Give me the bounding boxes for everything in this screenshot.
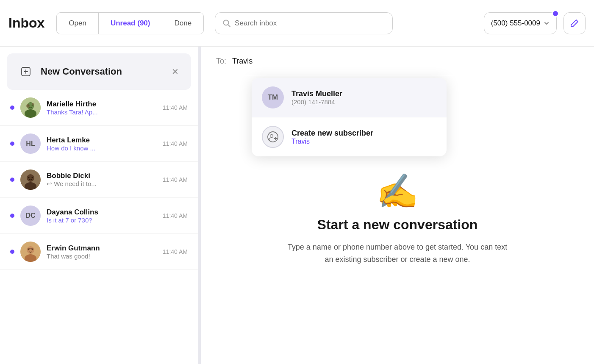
search-box — [215, 12, 393, 34]
conversation-list: Marielle Hirthe Thanks Tara! Ap... 11:40… — [0, 90, 198, 270]
sidebar: New Conversation ✕ — [0, 47, 198, 364]
add-subscriber-icon — [262, 126, 284, 148]
conv-info: Marielle Hirthe Thanks Tara! Ap... — [47, 100, 157, 116]
svg-line-1 — [228, 25, 230, 27]
search-icon — [223, 19, 230, 27]
list-item[interactable]: Erwin Gutmann That was good! 11:40 AM — [0, 234, 198, 270]
conv-time: 11:40 AM — [163, 248, 188, 255]
svg-point-12 — [27, 174, 34, 182]
conv-time: 11:40 AM — [163, 176, 188, 183]
to-label: To: — [216, 57, 226, 66]
contact-avatar: TM — [262, 86, 284, 108]
avatar-initials: TM — [268, 93, 278, 102]
conv-time: 11:40 AM — [163, 212, 188, 219]
unread-dot — [10, 142, 14, 146]
contact-dropdown: TM Travis Mueller (200) 141-7884 — [252, 78, 447, 156]
new-conv-close-button[interactable]: ✕ — [169, 66, 181, 78]
conv-preview: Thanks Tara! Ap... — [47, 108, 157, 116]
avatar — [20, 97, 41, 118]
conv-name: Marielle Hirthe — [47, 100, 157, 108]
svg-point-10 — [32, 103, 34, 106]
svg-point-17 — [27, 246, 34, 254]
avatar: HL — [20, 133, 41, 154]
compose-area: To: TM Travis Mueller (200) 141-7884 — [201, 47, 594, 364]
tab-group: Open Unread (90) Done — [56, 12, 204, 34]
to-input[interactable] — [232, 57, 579, 66]
svg-point-20 — [32, 249, 33, 250]
tab-open[interactable]: Open — [57, 13, 99, 34]
svg-point-9 — [26, 104, 30, 108]
svg-point-19 — [28, 249, 30, 250]
svg-point-6 — [25, 109, 36, 118]
online-dot — [553, 11, 558, 16]
unread-dot — [10, 250, 14, 254]
dropdown-contact-item[interactable]: TM Travis Mueller (200) 141-7884 — [252, 78, 447, 117]
dropdown-create-item[interactable]: Create new subscriber Travis — [252, 117, 447, 156]
list-item[interactable]: HL Herta Lemke How do I know ... 11:40 A… — [0, 126, 198, 162]
new-conversation-item[interactable]: New Conversation ✕ — [7, 53, 191, 90]
header: Inbox Open Unread (90) Done (500) 555-00… — [0, 0, 594, 47]
conv-preview: Is it at 7 or 730? — [47, 217, 157, 224]
unread-dot — [10, 214, 14, 218]
contact-name: Travis Mueller — [291, 89, 342, 98]
chevron-icon — [544, 20, 550, 26]
create-sub: Travis — [291, 138, 373, 145]
list-item[interactable]: Marielle Hirthe Thanks Tara! Ap... 11:40… — [0, 90, 198, 126]
contact-info: Travis Mueller (200) 141-7884 — [291, 89, 342, 106]
conv-preview: ↩ We need it to... — [47, 180, 157, 188]
avatar: DC — [20, 206, 41, 226]
list-item[interactable]: Bobbie Dicki ↩ We need it to... 11:40 AM — [0, 162, 198, 198]
conv-info: Herta Lemke How do I know ... — [47, 136, 157, 152]
search-input[interactable] — [235, 19, 385, 28]
conv-name: Herta Lemke — [47, 136, 157, 144]
new-conv-icon — [17, 63, 35, 81]
avatar-initials: HL — [26, 140, 35, 147]
conv-name: Dayana Collins — [47, 208, 157, 217]
unread-dot — [10, 106, 14, 110]
phone-selector[interactable]: (500) 555-0009 — [484, 12, 557, 34]
create-info: Create new subscriber Travis — [291, 129, 373, 145]
phone-number: (500) 555-0009 — [491, 19, 540, 28]
contact-phone: (200) 141-7884 — [291, 98, 342, 106]
writing-emoji: ✍️ — [376, 175, 419, 208]
empty-description: Type a name or phone number above to get… — [287, 241, 508, 266]
avatar — [20, 169, 41, 190]
compose-button[interactable] — [563, 12, 586, 34]
conv-preview: That was good! — [47, 253, 157, 260]
conv-info: Bobbie Dicki ↩ We need it to... — [47, 172, 157, 188]
to-field: To: — [201, 47, 594, 76]
unread-dot — [10, 178, 14, 182]
svg-point-22 — [270, 135, 273, 138]
conv-name: Erwin Gutmann — [47, 244, 157, 253]
svg-point-14 — [28, 177, 30, 178]
list-item[interactable]: DC Dayana Collins Is it at 7 or 730? 11:… — [0, 198, 198, 234]
svg-point-15 — [32, 177, 33, 178]
conv-name: Bobbie Dicki — [47, 172, 157, 180]
avatar — [20, 242, 41, 262]
create-label: Create new subscriber — [291, 129, 373, 138]
conv-time: 11:40 AM — [163, 104, 188, 111]
empty-title: Start a new conversation — [317, 217, 478, 233]
tab-done[interactable]: Done — [162, 13, 203, 34]
tab-unread[interactable]: Unread (90) — [99, 13, 163, 34]
conv-preview: How do I know ... — [47, 144, 157, 152]
avatar-initials: DC — [25, 212, 35, 220]
conv-info: Erwin Gutmann That was good! — [47, 244, 157, 260]
inbox-title: Inbox — [8, 15, 44, 31]
conv-info: Dayana Collins Is it at 7 or 730? — [47, 208, 157, 224]
main-layout: New Conversation ✕ — [0, 47, 594, 364]
new-conv-title: New Conversation — [41, 66, 163, 77]
conv-time: 11:40 AM — [163, 140, 188, 147]
